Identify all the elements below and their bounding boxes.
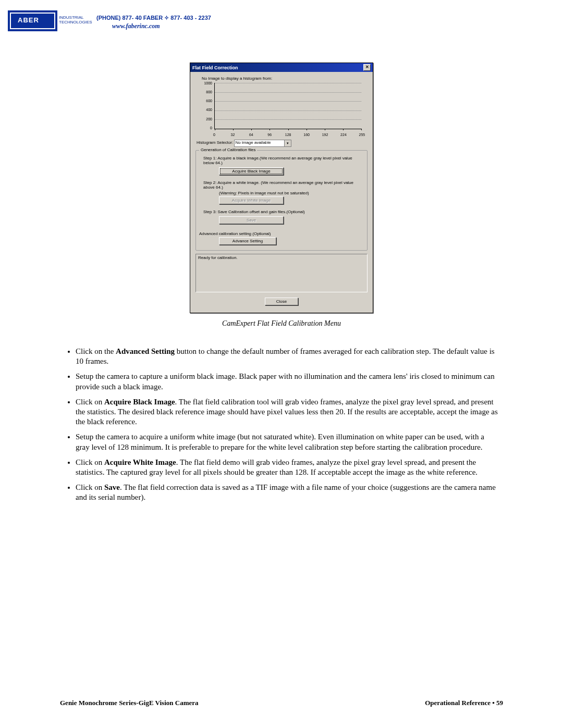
faber-logo: ABER xyxy=(8,10,57,31)
dialog-title: Flat Field Correction xyxy=(192,65,238,70)
y-tick: 400 xyxy=(198,108,212,112)
status-text: Ready for calibration. xyxy=(198,255,238,260)
list-item: Setup the camera to capture a uniform bl… xyxy=(76,372,498,391)
header-phone: (PHONE) 877- 40 FABER ✧ 877- 403 - 2237 xyxy=(96,15,211,21)
step3-text: Step 3: Save Calibration offset and gain… xyxy=(203,209,364,214)
acquire-white-button[interactable]: Acquire White Image xyxy=(219,196,284,204)
histogram-selector-label: Histogram Selector: xyxy=(197,140,233,145)
step2-text: Step 2: Acquire a white image. (We recom… xyxy=(203,180,364,190)
logo-subtext: INDUSTRIALTECHNOLOGIES xyxy=(59,16,92,25)
x-tick: 0 xyxy=(213,133,215,137)
footer-left: Genie Monochrome Series-GigE Vision Came… xyxy=(60,699,199,707)
calibration-files-group: Generation of Calibration files Step 1: … xyxy=(195,150,368,251)
x-tick: 224 xyxy=(340,133,347,137)
group-legend: Generation of Calibration files xyxy=(199,147,257,152)
y-tick: 0 xyxy=(198,126,212,130)
logo-text: ABER xyxy=(18,16,39,24)
status-box: Ready for calibration. xyxy=(195,254,368,292)
advanced-label: Advanced calibration setting (Optional) xyxy=(199,231,364,236)
histogram-selector[interactable]: No image available xyxy=(234,140,291,147)
dialog-titlebar: Flat Field Correction ✕ xyxy=(190,63,373,72)
page-footer: Genie Monochrome Series-GigE Vision Came… xyxy=(60,699,503,707)
step1-text: Step 1: Acquire a black image.(We recomm… xyxy=(203,156,364,165)
close-button[interactable]: Close xyxy=(265,298,298,305)
x-tick: 192 xyxy=(322,133,328,137)
x-tick: 160 xyxy=(303,133,310,137)
flat-field-dialog: Flat Field Correction ✕ No Image to disp… xyxy=(190,63,373,313)
y-tick: 600 xyxy=(198,99,212,103)
header-url: www.faberinc.com xyxy=(112,22,160,30)
x-tick: 96 xyxy=(267,133,272,137)
instruction-list: Click on the Advanced Setting button to … xyxy=(65,347,498,502)
y-tick: 800 xyxy=(198,90,212,94)
list-item: Click on Save. The flat field correction… xyxy=(76,483,498,502)
advance-setting-button[interactable]: Advance Setting xyxy=(219,237,276,245)
list-item: Click on the Advanced Setting button to … xyxy=(76,347,498,366)
list-item: Setup the camera to acquire a uniform wh… xyxy=(76,432,498,452)
save-button[interactable]: Save xyxy=(219,216,284,224)
histogram-plot: 1000 800 600 400 200 0 0 32 64 96 128 16… xyxy=(198,82,365,137)
figure-caption: CamExpert Flat Field Calibration Menu xyxy=(60,319,503,328)
y-tick: 200 xyxy=(198,117,212,121)
x-tick: 128 xyxy=(285,133,291,137)
x-tick: 64 xyxy=(249,133,253,137)
no-histogram-label: No Image to display a histogram from: xyxy=(202,76,369,81)
y-tick: 1000 xyxy=(198,81,212,85)
x-tick: 32 xyxy=(231,133,235,137)
page-header: ABER INDUSTRIALTECHNOLOGIES (PHONE) 877-… xyxy=(8,10,503,42)
footer-right: Operational Reference • 59 xyxy=(425,699,503,707)
x-tick: 255 xyxy=(359,133,365,137)
close-icon[interactable]: ✕ xyxy=(363,64,371,71)
step2-warning: (Warning: Pixels in image must not be sa… xyxy=(219,191,364,195)
list-item: Click on Acquire White Image. The flat f… xyxy=(76,458,498,477)
list-item: Click on Acquire Black Image. The flat f… xyxy=(76,397,498,427)
acquire-black-button[interactable]: Acquire Black Image xyxy=(219,167,284,175)
